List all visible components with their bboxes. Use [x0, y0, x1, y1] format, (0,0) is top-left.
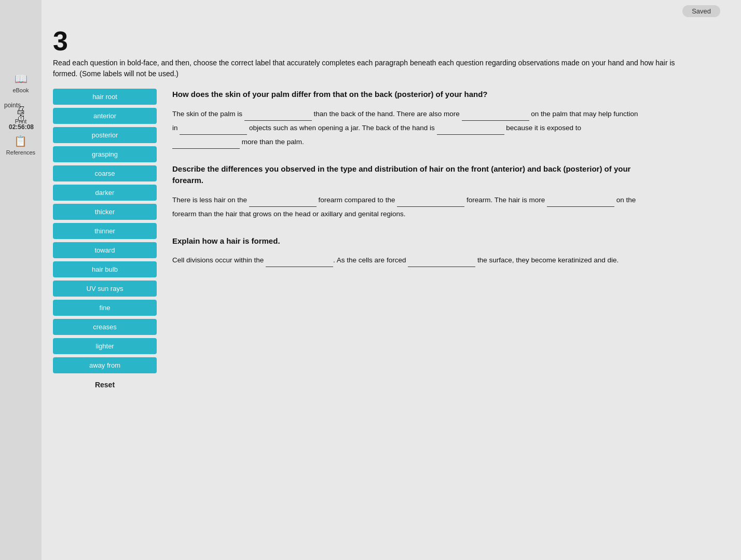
- references-icon: 📋: [12, 134, 29, 148]
- question-1-body: The skin of the palm is than the back of…: [172, 107, 639, 149]
- label-anterior[interactable]: anterior: [53, 108, 157, 124]
- label-posterior[interactable]: posterior: [53, 127, 157, 143]
- label-hair-bulb[interactable]: hair bulb: [53, 261, 157, 277]
- blank-1-2[interactable]: [462, 111, 529, 121]
- label-away-from[interactable]: away from: [53, 357, 157, 373]
- top-bar: Saved: [0, 0, 741, 22]
- label-thicker[interactable]: thicker: [53, 204, 157, 220]
- question-3-body: Cell divisions occur within the . As the…: [172, 253, 639, 267]
- label-toward[interactable]: toward: [53, 242, 157, 258]
- question-3-title: Explain how a hair is formed.: [172, 235, 639, 247]
- content-row: hair root anterior posterior grasping co…: [53, 89, 731, 389]
- references-label: References: [6, 149, 35, 156]
- question-2-title: Describe the differences you observed in…: [172, 163, 639, 187]
- question-number: 3: [53, 22, 731, 54]
- timer-area: ⏱ 02:56:08: [0, 114, 43, 131]
- questions-column: How does the skin of your palm differ fr…: [172, 89, 639, 282]
- blank-2-2[interactable]: [397, 198, 464, 207]
- sidebar-item-references[interactable]: 📋 References: [6, 134, 35, 156]
- label-hair-root[interactable]: hair root: [53, 89, 157, 105]
- label-lighter[interactable]: lighter: [53, 338, 157, 354]
- blank-1-5[interactable]: [172, 139, 240, 149]
- label-grasping[interactable]: grasping: [53, 146, 157, 162]
- label-uv-sun-rays[interactable]: UV sun rays: [53, 281, 157, 297]
- label-darker[interactable]: darker: [53, 185, 157, 201]
- question-1-title: How does the skin of your palm differ fr…: [172, 89, 639, 101]
- timer-icon: ⏱: [17, 114, 25, 123]
- question-block-1: How does the skin of your palm differ fr…: [172, 89, 639, 149]
- saved-badge: Saved: [682, 5, 720, 17]
- sidebar: points ⏱ 02:56:08 📖 eBook 🖨 Print 📋 Refe…: [0, 0, 42, 560]
- labels-column: hair root anterior posterior grasping co…: [53, 89, 157, 389]
- main-content: 3 Read each question in bold-face, and t…: [43, 22, 741, 410]
- question-block-3: Explain how a hair is formed. Cell divis…: [172, 235, 639, 268]
- timer-value: 02:56:08: [9, 123, 34, 131]
- blank-3-2[interactable]: [408, 258, 475, 267]
- question-block-2: Describe the differences you observed in…: [172, 163, 639, 221]
- label-fine[interactable]: fine: [53, 300, 157, 316]
- sidebar-item-ebook[interactable]: 📖 eBook: [12, 72, 29, 93]
- blank-1-1[interactable]: [244, 111, 312, 121]
- reset-button[interactable]: Reset: [53, 381, 157, 389]
- label-coarse[interactable]: coarse: [53, 165, 157, 181]
- ebook-icon: 📖: [12, 72, 29, 86]
- blank-2-3[interactable]: [547, 198, 614, 207]
- blank-3-1[interactable]: [266, 258, 333, 267]
- ebook-label: eBook: [12, 87, 29, 93]
- question-2-body: There is less hair on the forearm compar…: [172, 193, 639, 221]
- instruction-text: Read each question in bold-face, and the…: [53, 58, 676, 79]
- blank-1-4[interactable]: [437, 125, 504, 135]
- label-creases[interactable]: creases: [53, 319, 157, 335]
- label-thinner[interactable]: thinner: [53, 223, 157, 239]
- blank-2-1[interactable]: [249, 198, 317, 207]
- points-label: points: [4, 102, 21, 109]
- blank-1-3[interactable]: [180, 125, 247, 135]
